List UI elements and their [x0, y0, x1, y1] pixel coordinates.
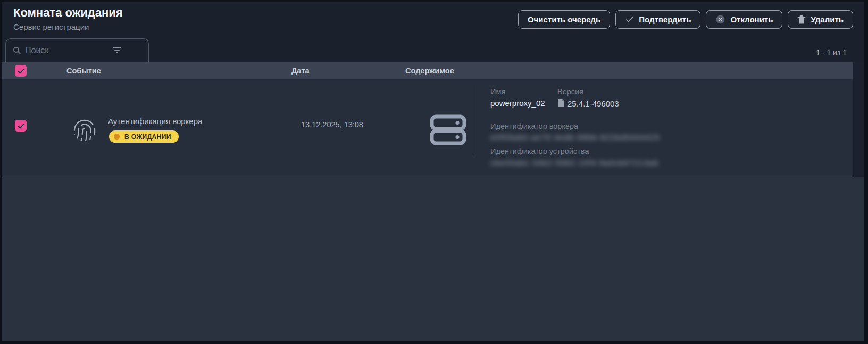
check-icon	[625, 15, 634, 24]
reject-button-label: Отклонить	[730, 15, 773, 24]
event-date: 13.12.2025, 13:08	[301, 120, 363, 129]
column-header-content[interactable]: Содержимое	[405, 62, 454, 79]
version-value: 25.4.1-496003	[567, 99, 619, 108]
pagination-label: 1 - 1 из 1	[816, 48, 847, 57]
name-label: Имя	[490, 87, 505, 96]
server-icon	[430, 114, 466, 148]
status-badge: В ОЖИДАНИИ	[109, 130, 179, 143]
main-panel: Комната ожидания Сервис регистрации Очис…	[2, 2, 864, 341]
device-id-value-redacted: cbe00abc-34b2-5982-10f4-9a0cb97213ab	[490, 158, 658, 167]
page-title: Комната ожидания	[13, 6, 123, 20]
clear-queue-button[interactable]: Очистить очередь	[518, 10, 610, 29]
version-value-wrap: 25.4.1-496003	[557, 99, 619, 108]
search-box	[5, 38, 149, 64]
cancel-circle-icon	[715, 14, 725, 24]
name-value: powerproxy_02	[490, 99, 545, 108]
select-all-checkbox[interactable]	[15, 65, 27, 77]
clear-queue-button-label: Очистить очередь	[528, 15, 600, 24]
fingerprint-icon	[72, 118, 97, 145]
device-id-label: Идентификатор устройства	[490, 147, 589, 155]
status-dot-icon	[114, 134, 120, 140]
page-subtitle: Сервис регистрации	[13, 22, 89, 31]
version-label: Версия	[557, 87, 583, 96]
column-header-event[interactable]: Событие	[66, 62, 101, 79]
file-icon	[557, 99, 564, 108]
toolbar-button-group: Очистить очередь Подтвердить Отклонить У…	[518, 10, 853, 29]
scrollbar-gutter	[853, 62, 864, 177]
status-badge-label: В ОЖИДАНИИ	[124, 133, 171, 141]
delete-button-label: Удалить	[811, 15, 844, 24]
worker-id-label: Идентификатор воркера	[490, 122, 578, 130]
table-header: Событие Дата Содержимое	[2, 62, 853, 79]
reject-button[interactable]: Отклонить	[706, 10, 782, 29]
filter-icon[interactable]	[112, 46, 122, 55]
column-header-date[interactable]: Дата	[291, 62, 310, 79]
magnifier-icon	[12, 46, 21, 57]
worker-id-value-redacted: e0f09ab0-ae76-4edb-98bb-822bd9444425	[490, 133, 660, 142]
delete-button[interactable]: Удалить	[788, 10, 853, 29]
search-input[interactable]	[25, 44, 105, 58]
event-title: Аутентификация воркера	[108, 117, 202, 126]
trash-icon	[797, 15, 806, 24]
details-divider	[473, 85, 473, 154]
confirm-button[interactable]: Подтвердить	[615, 10, 700, 29]
table-row[interactable]	[2, 79, 853, 176]
row-checkbox[interactable]	[15, 120, 27, 132]
confirm-button-label: Подтвердить	[639, 15, 691, 24]
